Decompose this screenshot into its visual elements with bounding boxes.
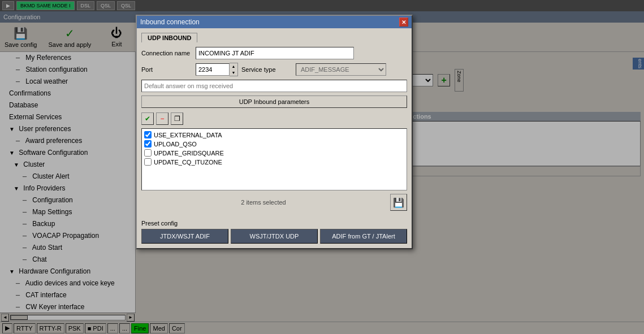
dialog-port-label: Port — [141, 66, 192, 73]
dialog-body: UDP INBOUND Connection name Port ▲ ▼ Ser… — [137, 28, 412, 220]
dialog-items-selected: 2 items selected — [141, 198, 386, 207]
dialog-service-type-label: Service type — [241, 66, 292, 73]
dialog-port-spinner[interactable]: ▲ ▼ — [196, 63, 238, 76]
dialog-conn-name-row: Connection name — [141, 47, 407, 59]
checkbox-update-cq-ituzone: UPDATE_CQ_ITUZONE — [144, 158, 404, 166]
preset-jtdx-wsjt-btn[interactable]: JTDX/WSJT ADIF — [141, 229, 228, 244]
dialog-service-type-select[interactable]: ADIF_MESSAGE — [296, 63, 386, 76]
preset-wsjt-jtdx-btn[interactable]: WSJT/JTDX UDP — [231, 229, 318, 244]
dialog-check-all-btn[interactable]: ✔ — [141, 112, 154, 125]
preset-adif-gt-btn[interactable]: ADIF from GT / JTAlert — [320, 229, 407, 244]
cb-update-gridsquare[interactable] — [144, 149, 152, 157]
cb-update-cq-ituzone-label: UPDATE_CQ_ITUZONE — [154, 159, 222, 166]
cb-use-external-data[interactable] — [144, 131, 152, 138]
dialog-port-row: Port ▲ ▼ Service type ADIF_MESSAGE — [141, 63, 407, 76]
dialog-port-input[interactable] — [196, 63, 230, 76]
cb-update-cq-ituzone[interactable] — [144, 158, 152, 166]
dialog-default-answer-input[interactable] — [141, 80, 407, 92]
modal-overlay: Inbound connection ✕ UDP INBOUND Connect… — [0, 0, 644, 334]
dialog-preset-label: Preset config — [141, 220, 407, 227]
dialog-port-spinner-btns: ▲ ▼ — [230, 63, 238, 76]
dialog-conn-name-input[interactable] — [196, 47, 354, 59]
dialog-save-btn[interactable]: 💾 — [390, 194, 407, 211]
dialog-port-down-btn[interactable]: ▼ — [230, 70, 237, 76]
dialog-copy-btn[interactable]: ❐ — [171, 112, 183, 125]
cb-upload-qso-label: UPLOAD_QSO — [154, 141, 197, 148]
udp-inbound-tab[interactable]: UDP INBOUND — [141, 33, 197, 42]
cb-upload-qso[interactable] — [144, 140, 152, 148]
dialog-params-btn[interactable]: UDP Inbound parameters — [141, 96, 407, 108]
dialog-close-btn[interactable]: ✕ — [399, 18, 408, 27]
dialog-checkbox-list: USE_EXTERNAL_DATA UPLOAD_QSO UPDATE_GRID… — [141, 128, 407, 190]
dialog-checkbox-toolbar: ✔ − ❐ — [141, 112, 407, 125]
dialog-title: Inbound connection — [140, 18, 200, 26]
checkbox-use-external-data: USE_EXTERNAL_DATA — [144, 131, 404, 138]
inbound-connection-dialog: Inbound connection ✕ UDP INBOUND Connect… — [136, 15, 413, 249]
dialog-conn-name-label: Connection name — [141, 50, 192, 57]
dialog-titlebar: Inbound connection ✕ — [137, 16, 412, 28]
cb-update-gridsquare-label: UPDATE_GRIDSQUARE — [154, 150, 224, 157]
dialog-uncheck-all-btn[interactable]: − — [156, 112, 168, 125]
checkbox-upload-qso: UPLOAD_QSO — [144, 140, 404, 148]
dialog-default-answer-row — [141, 80, 407, 92]
dialog-port-up-btn[interactable]: ▲ — [230, 63, 237, 70]
cb-use-external-data-label: USE_EXTERNAL_DATA — [154, 132, 222, 138]
dialog-preset-section: Preset config JTDX/WSJT ADIF WSJT/JTDX U… — [137, 220, 412, 248]
dialog-preset-btns: JTDX/WSJT ADIF WSJT/JTDX UDP ADIF from G… — [141, 229, 407, 244]
checkbox-update-gridsquare: UPDATE_GRIDSQUARE — [144, 149, 404, 157]
